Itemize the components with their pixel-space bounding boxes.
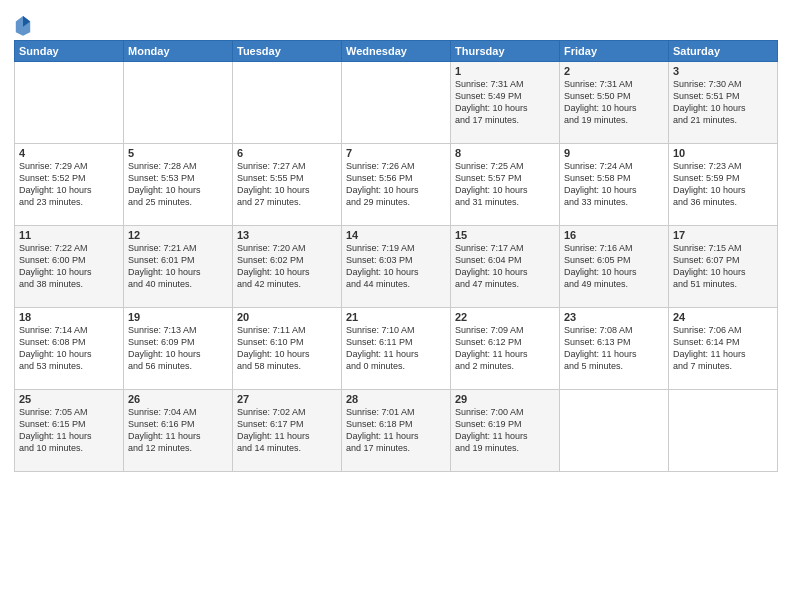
cell-content: Sunrise: 7:06 AM Sunset: 6:14 PM Dayligh… — [673, 324, 773, 373]
cell-content: Sunrise: 7:11 AM Sunset: 6:10 PM Dayligh… — [237, 324, 337, 373]
day-number: 21 — [346, 311, 446, 323]
day-number: 11 — [19, 229, 119, 241]
cell-content: Sunrise: 7:24 AM Sunset: 5:58 PM Dayligh… — [564, 160, 664, 209]
calendar-cell — [560, 390, 669, 472]
calendar-cell: 10Sunrise: 7:23 AM Sunset: 5:59 PM Dayli… — [669, 144, 778, 226]
calendar-cell: 1Sunrise: 7:31 AM Sunset: 5:49 PM Daylig… — [451, 62, 560, 144]
calendar-cell — [669, 390, 778, 472]
cell-content: Sunrise: 7:29 AM Sunset: 5:52 PM Dayligh… — [19, 160, 119, 209]
day-number: 5 — [128, 147, 228, 159]
cell-content: Sunrise: 7:20 AM Sunset: 6:02 PM Dayligh… — [237, 242, 337, 291]
day-number: 29 — [455, 393, 555, 405]
day-header-thursday: Thursday — [451, 41, 560, 62]
day-header-wednesday: Wednesday — [342, 41, 451, 62]
calendar-cell: 21Sunrise: 7:10 AM Sunset: 6:11 PM Dayli… — [342, 308, 451, 390]
calendar-cell: 26Sunrise: 7:04 AM Sunset: 6:16 PM Dayli… — [124, 390, 233, 472]
day-header-tuesday: Tuesday — [233, 41, 342, 62]
day-number: 10 — [673, 147, 773, 159]
cell-content: Sunrise: 7:04 AM Sunset: 6:16 PM Dayligh… — [128, 406, 228, 455]
cell-content: Sunrise: 7:15 AM Sunset: 6:07 PM Dayligh… — [673, 242, 773, 291]
cell-content: Sunrise: 7:05 AM Sunset: 6:15 PM Dayligh… — [19, 406, 119, 455]
day-number: 22 — [455, 311, 555, 323]
cell-content: Sunrise: 7:30 AM Sunset: 5:51 PM Dayligh… — [673, 78, 773, 127]
day-header-friday: Friday — [560, 41, 669, 62]
day-number: 28 — [346, 393, 446, 405]
cell-content: Sunrise: 7:21 AM Sunset: 6:01 PM Dayligh… — [128, 242, 228, 291]
day-number: 8 — [455, 147, 555, 159]
day-number: 13 — [237, 229, 337, 241]
calendar-cell: 7Sunrise: 7:26 AM Sunset: 5:56 PM Daylig… — [342, 144, 451, 226]
calendar-cell: 28Sunrise: 7:01 AM Sunset: 6:18 PM Dayli… — [342, 390, 451, 472]
day-number: 7 — [346, 147, 446, 159]
calendar-cell: 6Sunrise: 7:27 AM Sunset: 5:55 PM Daylig… — [233, 144, 342, 226]
cell-content: Sunrise: 7:13 AM Sunset: 6:09 PM Dayligh… — [128, 324, 228, 373]
day-header-monday: Monday — [124, 41, 233, 62]
cell-content: Sunrise: 7:23 AM Sunset: 5:59 PM Dayligh… — [673, 160, 773, 209]
calendar-cell: 15Sunrise: 7:17 AM Sunset: 6:04 PM Dayli… — [451, 226, 560, 308]
calendar-cell: 22Sunrise: 7:09 AM Sunset: 6:12 PM Dayli… — [451, 308, 560, 390]
day-number: 15 — [455, 229, 555, 241]
cell-content: Sunrise: 7:22 AM Sunset: 6:00 PM Dayligh… — [19, 242, 119, 291]
calendar-cell: 4Sunrise: 7:29 AM Sunset: 5:52 PM Daylig… — [15, 144, 124, 226]
cell-content: Sunrise: 7:27 AM Sunset: 5:55 PM Dayligh… — [237, 160, 337, 209]
day-number: 6 — [237, 147, 337, 159]
calendar-cell: 19Sunrise: 7:13 AM Sunset: 6:09 PM Dayli… — [124, 308, 233, 390]
week-row-1: 1Sunrise: 7:31 AM Sunset: 5:49 PM Daylig… — [15, 62, 778, 144]
day-number: 26 — [128, 393, 228, 405]
day-number: 12 — [128, 229, 228, 241]
cell-content: Sunrise: 7:28 AM Sunset: 5:53 PM Dayligh… — [128, 160, 228, 209]
day-number: 14 — [346, 229, 446, 241]
day-number: 16 — [564, 229, 664, 241]
cell-content: Sunrise: 7:10 AM Sunset: 6:11 PM Dayligh… — [346, 324, 446, 373]
cell-content: Sunrise: 7:14 AM Sunset: 6:08 PM Dayligh… — [19, 324, 119, 373]
cell-content: Sunrise: 7:17 AM Sunset: 6:04 PM Dayligh… — [455, 242, 555, 291]
calendar-cell — [15, 62, 124, 144]
cell-content: Sunrise: 7:00 AM Sunset: 6:19 PM Dayligh… — [455, 406, 555, 455]
calendar-cell: 23Sunrise: 7:08 AM Sunset: 6:13 PM Dayli… — [560, 308, 669, 390]
cell-content: Sunrise: 7:08 AM Sunset: 6:13 PM Dayligh… — [564, 324, 664, 373]
day-number: 2 — [564, 65, 664, 77]
cell-content: Sunrise: 7:19 AM Sunset: 6:03 PM Dayligh… — [346, 242, 446, 291]
calendar-cell: 8Sunrise: 7:25 AM Sunset: 5:57 PM Daylig… — [451, 144, 560, 226]
cell-content: Sunrise: 7:01 AM Sunset: 6:18 PM Dayligh… — [346, 406, 446, 455]
day-number: 23 — [564, 311, 664, 323]
calendar-cell: 24Sunrise: 7:06 AM Sunset: 6:14 PM Dayli… — [669, 308, 778, 390]
week-row-3: 11Sunrise: 7:22 AM Sunset: 6:00 PM Dayli… — [15, 226, 778, 308]
main-container: SundayMondayTuesdayWednesdayThursdayFrid… — [0, 0, 792, 480]
day-number: 4 — [19, 147, 119, 159]
cell-content: Sunrise: 7:31 AM Sunset: 5:49 PM Dayligh… — [455, 78, 555, 127]
calendar-cell — [342, 62, 451, 144]
calendar-cell: 13Sunrise: 7:20 AM Sunset: 6:02 PM Dayli… — [233, 226, 342, 308]
day-number: 25 — [19, 393, 119, 405]
calendar-cell: 14Sunrise: 7:19 AM Sunset: 6:03 PM Dayli… — [342, 226, 451, 308]
cell-content: Sunrise: 7:26 AM Sunset: 5:56 PM Dayligh… — [346, 160, 446, 209]
calendar-cell — [124, 62, 233, 144]
day-number: 19 — [128, 311, 228, 323]
day-number: 17 — [673, 229, 773, 241]
calendar-cell: 18Sunrise: 7:14 AM Sunset: 6:08 PM Dayli… — [15, 308, 124, 390]
header-row — [14, 10, 778, 36]
calendar-cell: 29Sunrise: 7:00 AM Sunset: 6:19 PM Dayli… — [451, 390, 560, 472]
day-number: 9 — [564, 147, 664, 159]
cell-content: Sunrise: 7:02 AM Sunset: 6:17 PM Dayligh… — [237, 406, 337, 455]
week-row-4: 18Sunrise: 7:14 AM Sunset: 6:08 PM Dayli… — [15, 308, 778, 390]
day-number: 18 — [19, 311, 119, 323]
calendar-cell — [233, 62, 342, 144]
day-number: 3 — [673, 65, 773, 77]
logo — [14, 14, 34, 36]
calendar-cell: 5Sunrise: 7:28 AM Sunset: 5:53 PM Daylig… — [124, 144, 233, 226]
calendar-cell: 27Sunrise: 7:02 AM Sunset: 6:17 PM Dayli… — [233, 390, 342, 472]
week-row-2: 4Sunrise: 7:29 AM Sunset: 5:52 PM Daylig… — [15, 144, 778, 226]
cell-content: Sunrise: 7:25 AM Sunset: 5:57 PM Dayligh… — [455, 160, 555, 209]
calendar-cell: 20Sunrise: 7:11 AM Sunset: 6:10 PM Dayli… — [233, 308, 342, 390]
calendar-cell: 17Sunrise: 7:15 AM Sunset: 6:07 PM Dayli… — [669, 226, 778, 308]
cell-content: Sunrise: 7:09 AM Sunset: 6:12 PM Dayligh… — [455, 324, 555, 373]
day-number: 20 — [237, 311, 337, 323]
day-header-sunday: Sunday — [15, 41, 124, 62]
cell-content: Sunrise: 7:16 AM Sunset: 6:05 PM Dayligh… — [564, 242, 664, 291]
day-number: 24 — [673, 311, 773, 323]
calendar-cell: 3Sunrise: 7:30 AM Sunset: 5:51 PM Daylig… — [669, 62, 778, 144]
week-row-5: 25Sunrise: 7:05 AM Sunset: 6:15 PM Dayli… — [15, 390, 778, 472]
calendar-cell: 25Sunrise: 7:05 AM Sunset: 6:15 PM Dayli… — [15, 390, 124, 472]
day-header-saturday: Saturday — [669, 41, 778, 62]
